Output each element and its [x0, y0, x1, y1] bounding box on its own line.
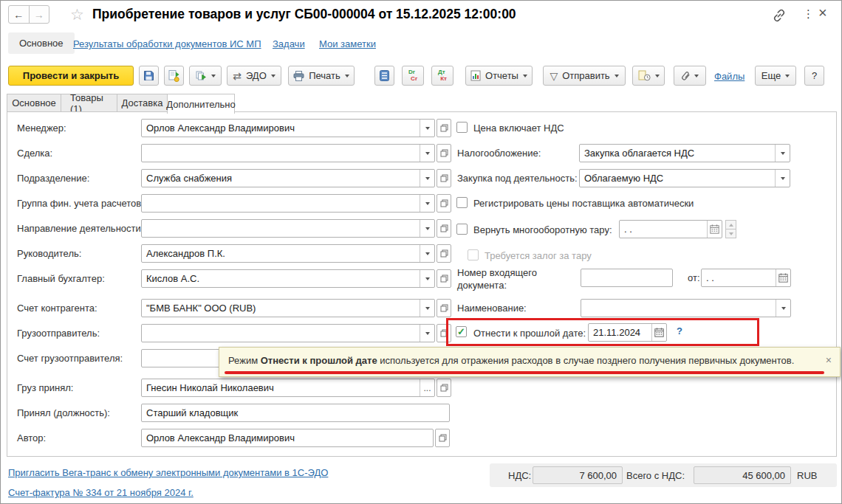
dt-kt-movements-button[interactable]: ДтКт	[431, 66, 453, 86]
post-document-button[interactable]	[164, 66, 184, 86]
tooltip-close-icon[interactable]: ×	[826, 354, 832, 366]
dropdown-arrow-icon[interactable]	[420, 245, 434, 262]
register-records-button[interactable]	[374, 66, 394, 86]
consignor-combobox[interactable]	[141, 324, 435, 342]
activity-direction-open-button[interactable]	[437, 219, 451, 238]
window-menu-icon[interactable]: ⋮	[803, 7, 814, 21]
goods-accepted-by-field[interactable]: Гнесин Николай Николаевич ...	[141, 379, 435, 397]
back-button[interactable]: ←	[9, 6, 29, 23]
fin-group-label: Группа фин. учета расчетов:	[17, 198, 144, 209]
chevron-down-icon	[785, 75, 790, 77]
dropdown-arrow-icon[interactable]	[775, 170, 790, 187]
fin-group-combobox[interactable]	[141, 194, 435, 213]
nav-link-my-notes[interactable]: Мои заметки	[319, 38, 376, 49]
author-field[interactable]: Орлов Александр Владимирович	[141, 429, 434, 447]
save-icon	[143, 70, 154, 81]
department-combobox[interactable]: Служба снабжения	[141, 169, 435, 187]
attachments-button[interactable]	[674, 66, 706, 86]
calendar-icon[interactable]	[707, 221, 722, 238]
manager-open-button[interactable]	[437, 119, 451, 137]
dropdown-arrow-icon[interactable]	[420, 145, 434, 162]
dr-cr-movements-button[interactable]: DrCr	[402, 66, 424, 86]
edo-invite-link[interactable]: Пригласить Вега-транс к обмену электронн…	[8, 467, 328, 478]
dropdown-arrow-icon[interactable]	[420, 325, 434, 342]
chief-accountant-combobox[interactable]: Кислов А.С.	[141, 269, 435, 288]
dr-cr-icon: DrCr	[408, 69, 418, 83]
deferred-document-button[interactable]	[632, 66, 665, 86]
name-select[interactable]	[581, 299, 791, 317]
help-button[interactable]: ?	[804, 66, 824, 86]
close-icon[interactable]: ×	[818, 4, 827, 21]
nav-link-ismp-results[interactable]: Результаты обработки документов ИС МП	[73, 38, 261, 49]
copy-document-icon	[196, 71, 207, 81]
taxation-select[interactable]: Закупка облагается НДС	[579, 144, 790, 162]
favorite-star-icon[interactable]: ☆	[70, 6, 84, 24]
deal-open-button[interactable]	[437, 144, 451, 162]
head-open-button[interactable]	[437, 244, 451, 263]
price-includes-vat-checkbox[interactable]	[456, 122, 468, 133]
save-button[interactable]	[139, 66, 159, 86]
purchase-activity-select[interactable]: Облагаемую НДС	[579, 169, 790, 187]
calendar-icon[interactable]	[651, 324, 666, 341]
manager-combobox[interactable]: Орлов Александр Владимирович	[141, 119, 435, 137]
chevron-down-icon	[615, 75, 619, 77]
ellipsis-pick-button[interactable]: ...	[420, 379, 434, 396]
print-button[interactable]: Печать	[288, 66, 355, 86]
dropdown-arrow-icon[interactable]	[420, 195, 434, 212]
invoice-link[interactable]: Счет-фактура № 334 от 21 ноября 2024 г.	[8, 487, 194, 498]
register-list-icon	[380, 70, 389, 81]
head-label: Руководитель:	[17, 248, 81, 259]
nav-tab-main[interactable]: Основное	[8, 32, 75, 54]
past-date-field[interactable]: 21.11.2024	[588, 323, 667, 342]
dropdown-arrow-icon[interactable]	[420, 120, 434, 137]
dropdown-arrow-icon[interactable]	[420, 170, 434, 187]
document-window: ← → ☆ Приобретение товаров и услуг СБ00-…	[0, 0, 842, 504]
return-packaging-date-field[interactable]: . .	[619, 220, 722, 238]
chevron-down-icon	[211, 75, 216, 77]
activity-direction-label: Направление деятельности:	[17, 223, 143, 234]
dropdown-arrow-icon[interactable]	[420, 300, 434, 317]
dropdown-arrow-icon[interactable]	[420, 270, 434, 287]
get-link-icon[interactable]	[772, 8, 787, 23]
files-link[interactable]: Файлы	[714, 71, 745, 82]
calendar-icon[interactable]	[776, 269, 790, 286]
author-open-button[interactable]	[435, 429, 450, 447]
tab-additional[interactable]: Дополнительно	[167, 94, 235, 114]
dropdown-arrow-icon[interactable]	[420, 220, 434, 237]
red-underline-annotation	[225, 371, 824, 374]
reports-button[interactable]: Отчеты	[465, 66, 533, 86]
past-date-help-link[interactable]: ?	[677, 325, 682, 336]
department-open-button[interactable]	[437, 169, 451, 187]
register-supplier-prices-checkbox[interactable]	[456, 197, 468, 208]
from-label: от:	[688, 272, 700, 283]
create-based-on-button[interactable]	[189, 66, 222, 86]
head-combobox[interactable]: Александров П.К.	[141, 244, 435, 263]
counterparty-account-combobox[interactable]: "БМВ БАНК" ООО (RUB)	[141, 299, 435, 317]
activity-direction-combobox[interactable]	[141, 219, 435, 238]
tab-main[interactable]: Основное	[7, 94, 61, 112]
dropdown-arrow-icon[interactable]	[776, 300, 790, 317]
tab-delivery[interactable]: Доставка	[117, 94, 168, 112]
edo-button[interactable]: ⇄ ЭДО	[227, 66, 281, 86]
incoming-number-input[interactable]	[581, 269, 673, 287]
send-button[interactable]: ▽ Отправить	[543, 66, 626, 86]
post-and-close-button[interactable]: Провести и закрыть	[8, 66, 134, 86]
fin-group-open-button[interactable]	[437, 194, 451, 213]
past-date-checkbox[interactable]: ✓	[456, 326, 467, 337]
consignor-label: Грузоотправитель:	[17, 328, 100, 339]
chevron-down-icon	[345, 75, 349, 77]
deal-combobox[interactable]	[141, 144, 435, 162]
forward-button[interactable]: →	[29, 6, 49, 23]
nav-link-tasks[interactable]: Задачи	[273, 38, 305, 49]
chief-accountant-open-button[interactable]	[437, 269, 451, 288]
more-button[interactable]: Еще	[755, 66, 796, 86]
goods-accepted-by-open-button[interactable]	[437, 379, 451, 397]
dropdown-arrow-icon[interactable]	[775, 145, 790, 162]
counterparty-account-open-button[interactable]	[437, 299, 451, 317]
return-packaging-checkbox[interactable]	[456, 224, 468, 235]
accepted-position-input[interactable]: Старший кладовщик	[141, 404, 450, 422]
incoming-date-field[interactable]: . .	[701, 269, 791, 287]
packaging-deposit-checkbox[interactable]	[468, 249, 479, 260]
tab-goods[interactable]: Товары (1)	[61, 94, 117, 112]
date-spin-down-button[interactable]	[725, 229, 736, 238]
